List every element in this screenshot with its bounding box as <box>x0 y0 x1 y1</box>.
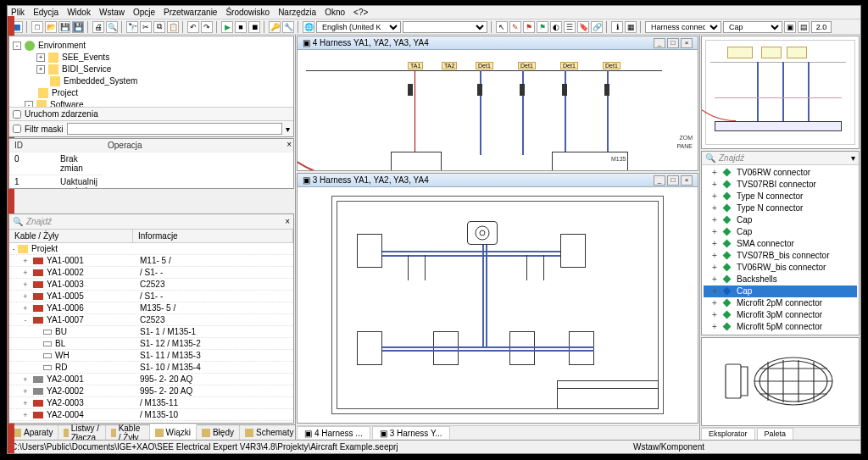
cable-row[interactable]: +YA1-0005/ S1- - <box>9 291 293 302</box>
tab-explorer[interactable]: Eksplorator <box>701 428 755 440</box>
cable-row[interactable]: +YA1-0006M135- 5 / <box>9 302 293 314</box>
catalog-item[interactable]: +TV06RW_bis connector <box>704 262 857 274</box>
catalog-item[interactable]: +Microfit 5pM connector <box>704 321 857 333</box>
lang-combo2[interactable] <box>403 21 487 33</box>
tb-open-icon[interactable]: 📂 <box>45 21 57 33</box>
tb-comp2-icon[interactable]: ▤ <box>798 21 810 33</box>
filter-mask-checkbox[interactable] <box>13 125 21 133</box>
expander-icon[interactable]: + <box>36 53 45 62</box>
tb-tag-icon[interactable]: 🔖 <box>577 21 589 33</box>
catalog-item[interactable]: +TVS07RB_bis connector <box>704 250 857 262</box>
filter-dropdown-icon[interactable]: ▾ <box>286 125 290 134</box>
tb-info-icon[interactable]: ℹ <box>611 21 623 33</box>
cable-row[interactable]: -YA1-0007C2523 <box>9 314 293 326</box>
menu-window[interactable]: Okno <box>325 8 345 17</box>
connector-combo[interactable]: Harness connectors <box>645 21 721 33</box>
cables-tree[interactable]: - Projekt +YA1-0001M11- 5 /+YA1-0002/ S1… <box>9 243 293 423</box>
expander-icon[interactable]: - <box>13 42 21 50</box>
tree-item[interactable]: Project <box>13 87 290 99</box>
cap-combo[interactable]: Cap <box>723 21 782 33</box>
tb-flag-red-icon[interactable]: ⚑ <box>523 21 535 33</box>
close-icon[interactable]: × <box>681 175 693 186</box>
tb-new-icon[interactable]: □ <box>31 21 43 33</box>
bottom-tab[interactable]: Błędy <box>197 425 240 440</box>
col-id[interactable]: ID <box>9 139 103 152</box>
doc2-canvas[interactable] <box>298 187 698 423</box>
cable-row[interactable]: WHS1- 11 / M135-3 <box>9 350 293 362</box>
cable-row[interactable]: +YA1-0002/ S1- - <box>9 267 293 279</box>
search-icon[interactable]: 🔍 <box>705 153 715 163</box>
cable-row[interactable]: +YA2-0001995- 2- 20 AQ <box>9 374 293 385</box>
catalog-item[interactable]: +Microfit 2pM connector <box>704 297 857 309</box>
history-row[interactable]: 0Brak zmian <box>9 152 103 175</box>
col-op[interactable]: Operacja <box>103 139 293 152</box>
catalog-item[interactable]: +TV06RW connector <box>704 167 857 179</box>
tab-palette[interactable]: Paleta <box>757 428 794 440</box>
tb-link-icon[interactable]: 🔗 <box>591 21 603 33</box>
catalog-item[interactable]: +Type N connector <box>704 191 857 202</box>
expander-icon[interactable]: + <box>36 65 45 74</box>
zoom-input[interactable] <box>811 21 832 33</box>
menu-env[interactable]: Środowisko <box>225 8 270 17</box>
search-icon[interactable]: 🔍 <box>13 217 23 226</box>
bottom-tab[interactable]: Wiązki <box>150 424 197 440</box>
doc2-titlebar[interactable]: ▣ 3 Harness YA1, YA2, YA3, YA4 _ □ × <box>298 174 698 187</box>
bottom-tab[interactable]: Schematy <box>240 425 299 440</box>
close-icon[interactable]: × <box>681 38 693 48</box>
tree-item[interactable]: +SEE_Events <box>13 52 290 64</box>
catalog-tree[interactable]: +TV06RW connector+TVS07RBI connector+Typ… <box>702 165 859 335</box>
tb-wrench-icon[interactable]: 🔧 <box>282 21 294 33</box>
catalog-item[interactable]: +Backshells <box>704 274 857 285</box>
catalog-item[interactable]: +SMA connector <box>704 238 857 250</box>
cable-row[interactable]: RDS1- 10 / M135-4 <box>9 362 293 374</box>
overview-panel[interactable] <box>701 36 860 149</box>
expander-icon[interactable]: - <box>25 101 33 107</box>
close-icon[interactable]: × <box>285 217 290 226</box>
lang-combo[interactable]: English (United K <box>316 21 401 33</box>
tb-copy-icon[interactable]: ⧉ <box>153 21 165 33</box>
cable-row[interactable]: +YA1-0001M11- 5 / <box>9 255 293 267</box>
maximize-icon[interactable]: □ <box>667 175 679 186</box>
catalog-item[interactable]: +Microfit 3pM connector <box>704 309 857 321</box>
history-row[interactable]: 1Uaktualnij symbol lub widok aparatu w p… <box>9 175 103 188</box>
dropdown-icon[interactable]: ▾ <box>851 153 855 163</box>
tb-binoculars-icon[interactable]: 🔭 <box>126 21 138 33</box>
tb-comp-icon[interactable]: ▣ <box>784 21 796 33</box>
project-tree[interactable]: - Environment +SEE_Events+BIDI_ServiceEm… <box>11 38 292 107</box>
tree-item[interactable]: +BIDI_Service <box>13 64 290 75</box>
tb-flag-green-icon[interactable]: ⚑ <box>537 21 548 33</box>
doc-tab[interactable]: ▣4 Harness ... <box>297 426 370 439</box>
menu-view[interactable]: Widok <box>67 8 91 17</box>
tb-run-icon[interactable]: ▶ <box>221 21 233 33</box>
tb-lang-icon[interactable]: 🌐 <box>303 21 314 33</box>
tb-paste-icon[interactable]: 📋 <box>167 21 179 33</box>
bottom-tab[interactable]: Aparaty <box>8 425 58 440</box>
tb-shape2-icon[interactable]: ☰ <box>564 21 576 33</box>
catalog-item[interactable]: +Cap <box>704 214 857 226</box>
catalog-item[interactable]: +TVS07RBI connector <box>704 179 857 191</box>
col-cables[interactable]: Kable / Żyły <box>9 230 133 242</box>
minimize-icon[interactable]: _ <box>654 175 665 186</box>
tb-cut-icon[interactable]: ✂ <box>140 21 152 33</box>
close-icon[interactable]: × <box>287 140 292 149</box>
bottom-tab[interactable]: Kable / Żyły <box>106 425 150 440</box>
cable-row[interactable]: +YA2-0003/ M135-11 <box>9 397 293 409</box>
run-events-checkbox[interactable] <box>13 110 21 119</box>
tb-pointer-icon[interactable]: ↖ <box>496 21 508 33</box>
tb-shape1-icon[interactable]: ◐ <box>550 21 562 33</box>
menu-help[interactable]: <?> <box>353 8 368 17</box>
tb-preview-icon[interactable]: 🔍 <box>106 21 118 33</box>
minimize-icon[interactable]: _ <box>654 38 665 48</box>
tb-save-icon[interactable]: 💾 <box>58 21 70 33</box>
cable-row[interactable]: +YA2-0009J410- 3 / <box>9 421 293 423</box>
doc1-titlebar[interactable]: ▣ 4 Harness YA1, YA2, YA3, YA4 _ □ × <box>298 36 698 50</box>
tree-root[interactable]: - Environment <box>13 40 290 52</box>
menu-process[interactable]: Przetwarzanie <box>164 8 217 17</box>
cable-row[interactable]: BUS1- 1 / M135-1 <box>9 326 293 338</box>
cable-row[interactable]: +YA2-0004/ M135-10 <box>9 409 293 421</box>
cable-row[interactable]: +YA1-0003C2523 <box>9 279 293 291</box>
tb-print-icon[interactable]: 🖨 <box>92 21 104 33</box>
tb-pause-icon[interactable]: ■ <box>235 21 247 33</box>
menu-tools[interactable]: Narzędzia <box>278 8 316 17</box>
tb-key-icon[interactable]: 🔑 <box>269 21 281 33</box>
